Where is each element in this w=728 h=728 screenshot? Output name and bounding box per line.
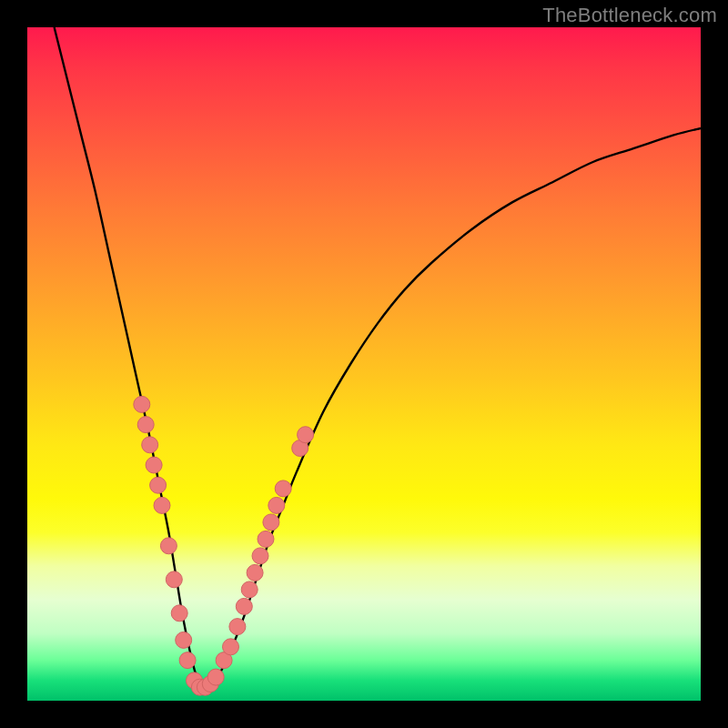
curve-marker [229, 619, 246, 635]
curve-marker [252, 548, 268, 564]
curve-marker [275, 480, 291, 497]
curve-marker [171, 605, 187, 622]
chart-frame: TheBottleneck.com [0, 0, 728, 728]
curve-marker [146, 457, 162, 473]
curve-marker [298, 427, 314, 443]
curve-marker [176, 632, 192, 648]
curve-marker [236, 598, 252, 614]
bottleneck-curve [55, 27, 701, 689]
curve-marker [268, 497, 285, 513]
curve-marker [258, 531, 274, 547]
curve-marker [142, 437, 158, 453]
curve-marker [154, 497, 170, 513]
curve-marker [179, 652, 196, 669]
plot-area [27, 27, 701, 701]
curve-markers [134, 396, 314, 695]
chart-svg [27, 27, 701, 701]
curve-marker [263, 514, 279, 531]
curve-marker [166, 571, 182, 588]
curve-marker [150, 477, 167, 493]
curve-marker [134, 396, 150, 412]
curve-marker [241, 581, 258, 598]
curve-marker [207, 669, 224, 685]
curve-marker [223, 639, 239, 655]
curve-marker [247, 564, 263, 581]
watermark-text: TheBottleneck.com [542, 4, 717, 27]
curve-marker [137, 417, 154, 433]
curve-marker [160, 538, 177, 554]
